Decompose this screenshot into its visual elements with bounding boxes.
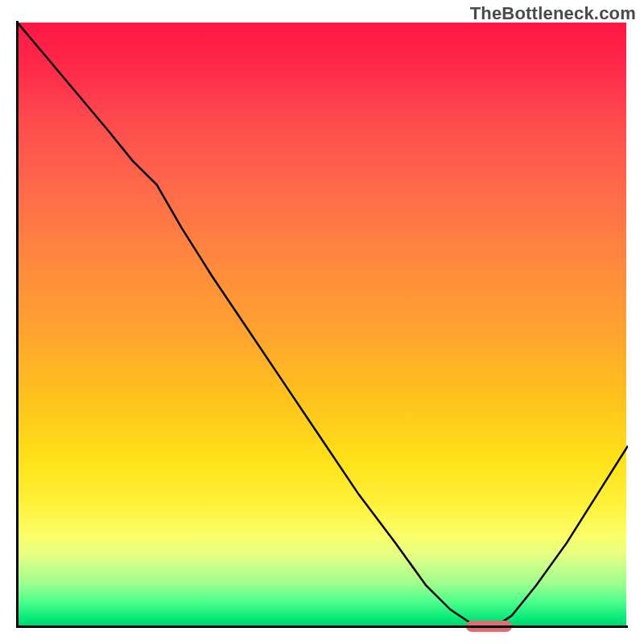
plot-area (16, 21, 628, 628)
chart-container: TheBottleneck.com (0, 0, 644, 644)
watermark-text: TheBottleneck.com (470, 3, 636, 24)
optimal-marker (466, 621, 512, 632)
gradient-background (18, 23, 626, 626)
